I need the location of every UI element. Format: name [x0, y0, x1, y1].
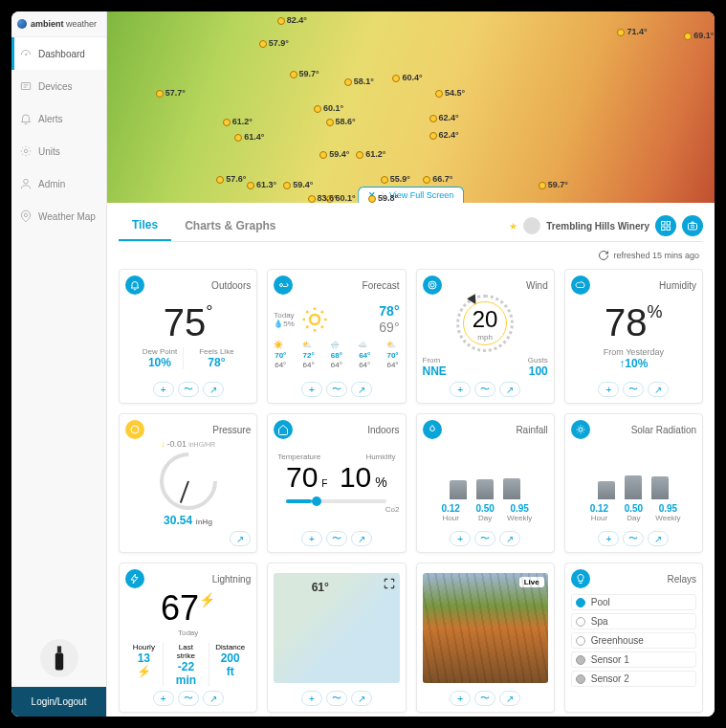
add-button[interactable]: + — [598, 531, 619, 546]
co2-slider[interactable] — [286, 499, 386, 503]
tile-camera: Live +〜↗ — [416, 563, 555, 713]
add-button[interactable]: + — [301, 382, 322, 397]
relay-toggle[interactable] — [576, 674, 585, 684]
chart-button[interactable]: 〜 — [326, 382, 347, 397]
chart-button[interactable]: 〜 — [623, 531, 644, 546]
forecast-day: ☀️70°64° — [274, 341, 287, 369]
map-station[interactable]: 61.4° — [234, 132, 264, 142]
map-station[interactable]: 58.6° — [326, 117, 356, 126]
add-button[interactable]: + — [153, 382, 174, 397]
tile-wind: Wind 20mph FromNNE Gusts100 +〜↗ — [416, 269, 555, 404]
add-button[interactable]: + — [301, 531, 322, 546]
map-station[interactable]: 83.6° — [308, 193, 338, 203]
relay-item[interactable]: Sensor 2 — [571, 671, 696, 687]
relay-toggle[interactable] — [576, 636, 585, 646]
nav-item-dashboard[interactable]: Dashboard — [11, 37, 106, 70]
camera-button[interactable] — [682, 215, 703, 236]
nav-item-weather-map[interactable]: Weather Map — [11, 200, 106, 232]
weather-map[interactable]: ✕ | View Full Screen 82.4°57.9°71.4°69.1… — [107, 11, 715, 203]
relay-toggle[interactable] — [576, 617, 585, 627]
map-station[interactable]: 71.4° — [617, 27, 647, 36]
map-station[interactable]: 54.5° — [435, 88, 465, 98]
map-station[interactable]: 57.9° — [259, 38, 289, 48]
chart-button[interactable]: 〜 — [474, 691, 495, 706]
add-button[interactable]: + — [450, 531, 471, 546]
relay-item[interactable]: Greenhouse — [571, 632, 696, 649]
add-button[interactable]: + — [450, 691, 471, 706]
map-station[interactable]: 66.7° — [423, 174, 452, 184]
tile-lightning: Lightning 67⚡ Today Hourly13 ⚡Last strik… — [119, 563, 257, 713]
tab-charts[interactable]: Charts & Graphs — [171, 211, 289, 240]
add-button[interactable]: + — [598, 382, 619, 397]
map-station[interactable]: 62.4° — [429, 130, 459, 140]
chart-button[interactable]: 〜 — [326, 691, 347, 706]
chart-button[interactable]: 〜 — [474, 382, 495, 397]
svg-point-2 — [24, 149, 28, 153]
map-station[interactable]: 60.1° — [314, 103, 343, 113]
share-button[interactable]: ↗ — [648, 382, 669, 397]
chart-button[interactable]: 〜 — [178, 382, 199, 397]
share-button[interactable]: ↗ — [351, 531, 372, 546]
refresh-icon[interactable] — [598, 250, 609, 261]
nav-item-admin[interactable]: Admin — [11, 167, 106, 200]
pressure-gauge — [147, 441, 229, 522]
share-button[interactable]: ↗ — [499, 382, 520, 397]
relay-toggle[interactable] — [576, 655, 585, 665]
svg-rect-6 — [55, 652, 62, 670]
share-button[interactable]: ↗ — [499, 531, 520, 546]
expand-icon[interactable] — [383, 577, 396, 590]
map-station[interactable]: 61.3° — [247, 180, 276, 189]
user-avatar[interactable] — [40, 639, 78, 677]
sidebar: ambient weather DashboardDevicesAlertsUn… — [11, 11, 107, 717]
share-button[interactable]: ↗ — [203, 691, 224, 706]
chart-button[interactable]: 〜 — [178, 691, 199, 706]
map-station[interactable]: 57.7° — [156, 88, 186, 98]
share-button[interactable]: ↗ — [648, 531, 669, 546]
chart-button[interactable]: 〜 — [474, 531, 495, 546]
camera-feed[interactable]: Live — [423, 573, 548, 683]
nav-item-units[interactable]: Units — [11, 135, 106, 167]
map-station[interactable]: 55.9° — [381, 174, 410, 184]
dashboard-layout-button[interactable] — [655, 215, 676, 236]
nav-item-alerts[interactable]: Alerts — [11, 102, 106, 135]
share-button[interactable]: ↗ — [351, 382, 372, 397]
tabs: Tiles Charts & Graphs ★ Trembling Hills … — [119, 203, 703, 242]
map-station[interactable]: 58.1° — [344, 77, 374, 86]
map-station[interactable]: 60.4° — [392, 73, 422, 82]
tab-tiles[interactable]: Tiles — [119, 210, 171, 241]
location-avatar — [523, 217, 540, 234]
nav-item-devices[interactable]: Devices — [11, 70, 106, 102]
share-button[interactable]: ↗ — [351, 691, 372, 706]
tile-humidity: Humidity 78% From Yesterday ↑10% +〜↗ — [564, 269, 703, 404]
droplet-icon — [423, 420, 442, 439]
map-station[interactable]: 59.7° — [290, 69, 319, 78]
share-button[interactable]: ↗ — [203, 382, 224, 397]
map-station[interactable]: 61.2° — [356, 149, 385, 159]
map-station[interactable]: 61.2° — [223, 117, 253, 126]
login-logout-button[interactable]: Login/Logout — [11, 687, 106, 717]
chart-button[interactable]: 〜 — [326, 531, 347, 546]
refresh-status: refreshed 15 mins ago — [119, 242, 703, 269]
relay-item[interactable]: Sensor 1 — [571, 651, 696, 668]
map-station[interactable]: 57.6° — [216, 174, 246, 184]
map-station[interactable]: 59.7° — [539, 180, 568, 189]
map-station[interactable]: 59.4° — [283, 180, 313, 189]
map-station[interactable]: 59.4° — [319, 149, 349, 159]
svg-rect-9 — [662, 227, 666, 231]
tile-forecast: Forecast Today💧5% 78°69° ☀️70°64°⛅72°64°… — [267, 269, 406, 404]
add-button[interactable]: + — [450, 382, 471, 397]
map-station[interactable]: 69.1° — [684, 31, 714, 40]
map-station[interactable]: 62.4° — [429, 113, 459, 122]
relay-toggle[interactable] — [576, 598, 585, 607]
add-button[interactable]: + — [301, 691, 322, 706]
map-station[interactable]: 59.8° — [368, 193, 398, 203]
favorite-star-icon[interactable]: ★ — [509, 221, 517, 232]
minimap[interactable]: 61° — [274, 573, 399, 683]
relay-item[interactable]: Spa — [571, 613, 696, 629]
share-button[interactable]: ↗ — [499, 691, 520, 706]
share-button[interactable]: ↗ — [230, 531, 251, 546]
map-station[interactable]: 82.4° — [277, 15, 307, 25]
relay-item[interactable]: Pool — [571, 594, 696, 610]
add-button[interactable]: + — [153, 691, 174, 706]
chart-button[interactable]: 〜 — [623, 382, 644, 397]
